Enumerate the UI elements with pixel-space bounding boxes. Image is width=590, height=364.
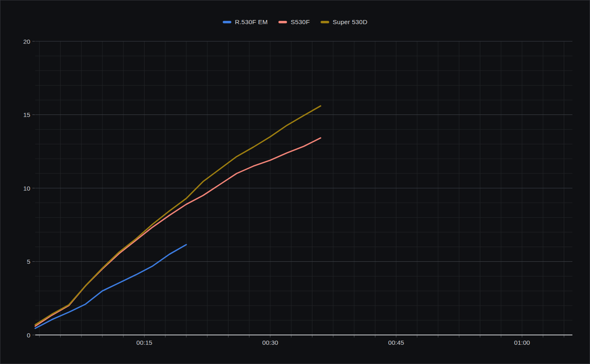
x-axis-tick-label: 01:00 [514, 339, 530, 346]
legend-label: S530F [291, 18, 310, 26]
chart-canvas[interactable]: 0510152000:1500:3000:4501:00 [0, 0, 590, 364]
legend-swatch-icon [223, 21, 231, 23]
x-axis-tick-label: 00:45 [388, 339, 404, 346]
legend-swatch-icon [278, 21, 287, 23]
y-axis-tick-label: 5 [27, 258, 30, 265]
legend-item-s530f[interactable]: S530F [278, 18, 310, 26]
legend-swatch-icon [321, 21, 329, 23]
y-axis-tick-label: 0 [27, 332, 30, 339]
chart-panel: R.530F EM S530F Super 530D 0510152000:15… [0, 0, 590, 364]
legend-item-super-530d[interactable]: Super 530D [321, 18, 368, 26]
x-axis-tick-label: 00:15 [136, 339, 152, 346]
legend-label: Super 530D [333, 18, 368, 26]
y-axis-tick-label: 20 [23, 38, 31, 45]
legend: R.530F EM S530F Super 530D [0, 18, 590, 26]
x-axis-tick-label: 00:30 [262, 339, 278, 346]
series-line-0 [35, 245, 186, 328]
y-axis-tick-label: 10 [23, 185, 31, 192]
series-line-2 [35, 106, 321, 325]
legend-item-r530f-em[interactable]: R.530F EM [223, 18, 268, 26]
y-axis-tick-label: 15 [23, 111, 30, 118]
legend-label: R.530F EM [235, 18, 268, 26]
